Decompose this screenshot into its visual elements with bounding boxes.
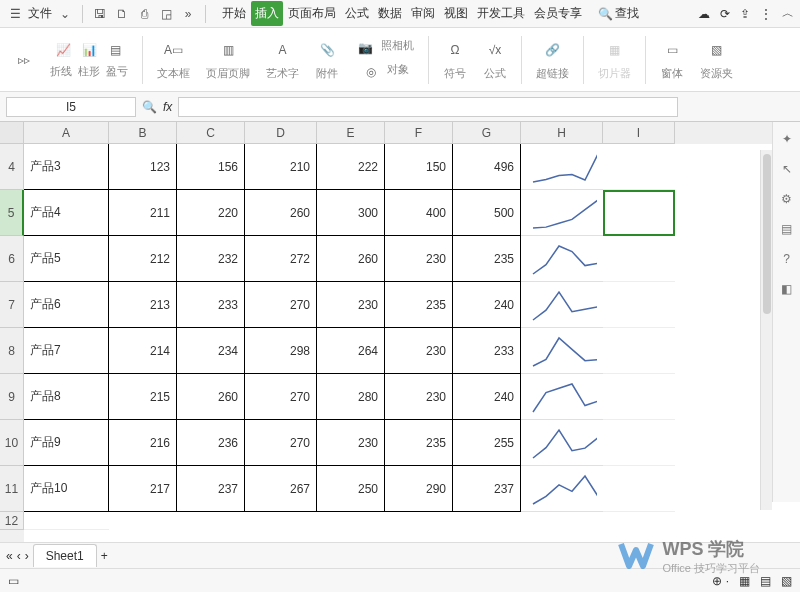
hyperlink-label[interactable]: 超链接 — [536, 66, 569, 81]
textbox-label[interactable]: 文本框 — [157, 66, 190, 81]
cell-value[interactable]: 156 — [177, 144, 245, 190]
cell-value[interactable]: 300 — [317, 190, 385, 236]
cell-empty[interactable] — [603, 328, 675, 374]
side-help-icon[interactable]: ? — [783, 252, 790, 266]
formula-icon[interactable]: √x — [483, 38, 507, 62]
row-header[interactable]: 7 — [0, 282, 24, 328]
tab-member[interactable]: 会员专享 — [530, 1, 586, 26]
cell-empty[interactable] — [603, 236, 675, 282]
cell-value[interactable]: 212 — [109, 236, 177, 282]
attachment-icon[interactable]: 📎 — [315, 38, 339, 62]
cell-empty[interactable] — [603, 282, 675, 328]
cell-value[interactable]: 400 — [385, 190, 453, 236]
new-icon[interactable]: 🗋 — [113, 5, 131, 23]
cell-value[interactable]: 250 — [317, 466, 385, 512]
col-header-F[interactable]: F — [385, 122, 453, 144]
row-header[interactable]: 5 — [0, 190, 24, 236]
cell-name[interactable]: 产品3 — [24, 144, 109, 190]
cell-value[interactable]: 233 — [177, 282, 245, 328]
more-icon[interactable]: » — [179, 5, 197, 23]
view-custom-icon[interactable]: ▧ — [781, 574, 792, 588]
print-icon[interactable]: ⎙ — [135, 5, 153, 23]
tab-formula[interactable]: 公式 — [341, 1, 373, 26]
cloud-icon[interactable]: ☁ — [698, 7, 710, 21]
cell-value[interactable]: 260 — [317, 236, 385, 282]
sparkline-line-icon[interactable]: 📈 — [53, 40, 73, 60]
cell-value[interactable]: 233 — [453, 328, 521, 374]
cell-value[interactable]: 298 — [245, 328, 317, 374]
row-header[interactable]: 10 — [0, 420, 24, 466]
cell-value[interactable]: 272 — [245, 236, 317, 282]
sparkline-column-icon[interactable]: 📊 — [79, 40, 99, 60]
cell-value[interactable]: 232 — [177, 236, 245, 282]
status-input-icon[interactable]: ▭ — [8, 574, 19, 588]
resource-label[interactable]: 资源夹 — [700, 66, 733, 81]
cell-empty[interactable] — [603, 420, 675, 466]
vertical-scrollbar[interactable] — [760, 150, 772, 510]
formula-label[interactable]: 公式 — [484, 66, 506, 81]
cell-name[interactable]: 产品5 — [24, 236, 109, 282]
cell-value[interactable]: 255 — [453, 420, 521, 466]
row-header[interactable]: 8 — [0, 328, 24, 374]
object-icon[interactable]: ◎ — [361, 62, 381, 82]
symbol-icon[interactable]: Ω — [443, 38, 467, 62]
tab-start[interactable]: 开始 — [218, 1, 250, 26]
cell-value[interactable]: 234 — [177, 328, 245, 374]
view-page-icon[interactable]: ▤ — [760, 574, 771, 588]
chevron-right-icon[interactable]: ▹▹ — [14, 50, 34, 70]
col-header-B[interactable]: B — [109, 122, 177, 144]
cell-sparkline[interactable] — [521, 144, 603, 190]
cell-sparkline[interactable] — [521, 374, 603, 420]
cell-value[interactable]: 235 — [385, 420, 453, 466]
cell-value[interactable]: 213 — [109, 282, 177, 328]
cell-value[interactable]: 211 — [109, 190, 177, 236]
prev-sheet-icon[interactable]: ‹ — [17, 549, 21, 563]
preview-icon[interactable]: ◲ — [157, 5, 175, 23]
cell-value[interactable]: 217 — [109, 466, 177, 512]
cell-value[interactable]: 230 — [385, 236, 453, 282]
col-header-E[interactable]: E — [317, 122, 385, 144]
sparkline-winloss-label[interactable]: 盈亏 — [106, 64, 128, 79]
cell-name[interactable]: 产品9 — [24, 420, 109, 466]
hyperlink-icon[interactable]: 🔗 — [541, 38, 565, 62]
col-header-G[interactable]: G — [453, 122, 521, 144]
cell-value[interactable]: 230 — [317, 282, 385, 328]
cell-empty[interactable] — [603, 374, 675, 420]
row-header[interactable]: 11 — [0, 466, 24, 512]
side-select-icon[interactable]: ↖ — [782, 162, 792, 176]
col-header-D[interactable]: D — [245, 122, 317, 144]
cell-empty[interactable] — [603, 190, 675, 236]
cell-value[interactable]: 214 — [109, 328, 177, 374]
headerfooter-icon[interactable]: ▥ — [216, 38, 240, 62]
window-label[interactable]: 窗体 — [661, 66, 683, 81]
cell-value[interactable]: 222 — [317, 144, 385, 190]
cell-sparkline[interactable] — [521, 282, 603, 328]
tab-page-layout[interactable]: 页面布局 — [284, 1, 340, 26]
row-header[interactable]: 4 — [0, 144, 24, 190]
cell-value[interactable]: 240 — [453, 374, 521, 420]
cell-value[interactable]: 216 — [109, 420, 177, 466]
cell-value[interactable]: 215 — [109, 374, 177, 420]
cell-sparkline[interactable] — [521, 328, 603, 374]
cell-value[interactable]: 237 — [453, 466, 521, 512]
cell-value[interactable]: 150 — [385, 144, 453, 190]
name-box[interactable] — [6, 97, 136, 117]
side-layers-icon[interactable]: ▤ — [781, 222, 792, 236]
cell-value[interactable]: 267 — [245, 466, 317, 512]
cell-name[interactable]: 产品4 — [24, 190, 109, 236]
cell-name[interactable]: 产品8 — [24, 374, 109, 420]
first-sheet-icon[interactable]: « — [6, 549, 13, 563]
cell-value[interactable]: 260 — [245, 190, 317, 236]
next-sheet-icon[interactable]: › — [25, 549, 29, 563]
sparkline-winloss-icon[interactable]: ▤ — [105, 40, 125, 60]
fx-icon[interactable]: fx — [163, 100, 172, 114]
search-button[interactable]: 🔍 查找 — [598, 5, 639, 22]
textbox-icon[interactable]: A▭ — [162, 38, 186, 62]
sheet-tab[interactable]: Sheet1 — [33, 544, 97, 567]
row-header[interactable]: 6 — [0, 236, 24, 282]
col-header-H[interactable]: H — [521, 122, 603, 144]
cell-sparkline[interactable] — [521, 236, 603, 282]
cell-value[interactable]: 270 — [245, 374, 317, 420]
cell-value[interactable]: 210 — [245, 144, 317, 190]
sparkline-line-label[interactable]: 折线 — [50, 64, 72, 79]
